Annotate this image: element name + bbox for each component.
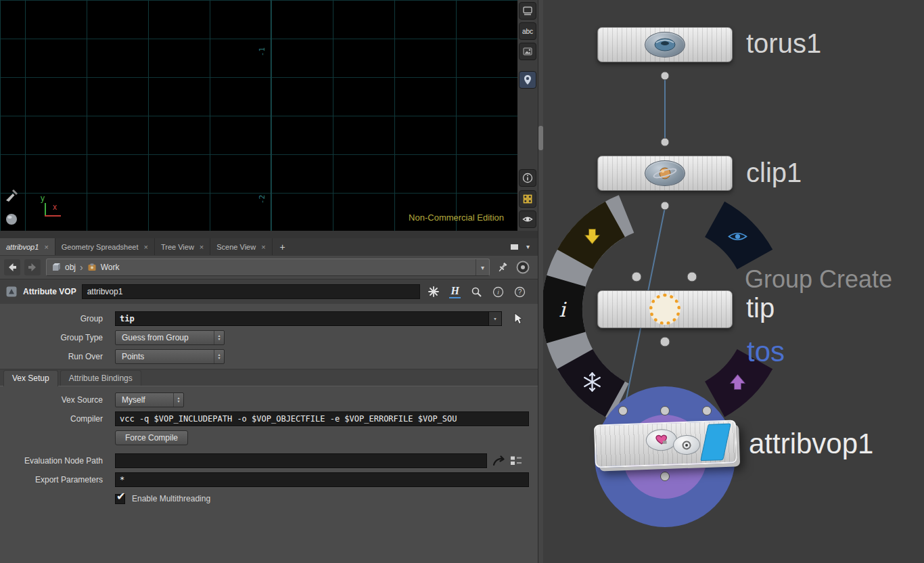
grid-tick-label: -1 — [258, 47, 267, 56]
scene-viewport: -1 -2 y x Non-Commercial Edition — [0, 0, 538, 231]
group-type-value: Guess from Group — [122, 333, 189, 342]
connector-dot[interactable] — [661, 138, 669, 146]
tab-vex-setup[interactable]: Vex Setup — [3, 370, 58, 386]
viewport-brush-icon[interactable] — [2, 187, 20, 204]
pie-menu-heading: Group Create — [745, 265, 892, 294]
tab-label: Tree View — [161, 243, 194, 251]
forward-button[interactable] — [24, 259, 41, 275]
info-icon[interactable]: i — [490, 284, 507, 300]
node-clip1[interactable] — [597, 156, 733, 191]
enable-multithreading-label: Enable Multithreading — [132, 494, 210, 503]
y-axis-line — [45, 203, 46, 215]
back-button[interactable] — [4, 259, 20, 275]
vop-heart-icon — [645, 428, 677, 451]
network-editor[interactable]: i — [543, 0, 924, 563]
param-row-group: Group tip ▾ — [0, 311, 538, 327]
close-icon[interactable]: × — [261, 243, 265, 251]
menu-spinner-icon[interactable]: ▴▾ — [173, 393, 183, 407]
connector-dot[interactable] — [661, 472, 670, 481]
node-name-field[interactable]: attribvop1 — [82, 284, 420, 299]
viewport-info-icon[interactable] — [519, 169, 536, 187]
select-geometry-icon[interactable] — [513, 313, 524, 325]
force-compile-button[interactable]: Force Compile — [115, 430, 188, 445]
tab-attribvop1[interactable]: attribvop1 × — [0, 238, 55, 255]
path-segment-obj[interactable]: obj — [65, 263, 76, 272]
connector-dot[interactable] — [660, 337, 670, 346]
network-path-combo[interactable]: obj › Work ▾ — [46, 258, 490, 276]
search-icon[interactable] — [469, 284, 485, 300]
tab-attribute-bindings[interactable]: Attribute Bindings — [60, 370, 141, 386]
group-type-menu[interactable]: Guess from Group ▴▾ — [115, 330, 225, 345]
menu-spinner-icon[interactable]: ▴▾ — [214, 331, 224, 344]
path-menu-button[interactable]: ▾ — [476, 259, 489, 275]
op-path-pick-icon[interactable] — [492, 455, 506, 467]
vex-setup-section: Vex Source Myself ▴▾ Compiler vcc -q $VO… — [0, 386, 538, 507]
tab-scene-view[interactable]: Scene View × — [210, 238, 272, 255]
houdini-logo-icon[interactable]: H — [447, 284, 463, 300]
node-torus1[interactable] — [597, 27, 733, 62]
group-value: tip — [120, 314, 135, 323]
connector-dot[interactable] — [619, 407, 628, 415]
visibility-eye-icon[interactable] — [519, 210, 536, 228]
attribute-vop-icon — [5, 286, 18, 298]
close-icon[interactable]: × — [200, 243, 204, 251]
display-options-icon[interactable] — [519, 2, 536, 20]
menu-spinner-icon[interactable]: ▴▾ — [214, 350, 224, 363]
tab-geometry-spreadsheet[interactable]: Geometry Spreadsheet × — [55, 238, 155, 255]
node-label-attribvop1: attribvop1 — [749, 428, 873, 460]
clip-icon — [645, 160, 685, 186]
float-pane-icon[interactable] — [511, 244, 518, 250]
run-over-menu[interactable]: Points ▴▾ — [115, 349, 225, 364]
connector-dot[interactable] — [632, 272, 641, 282]
viewport-sphere-icon[interactable] — [3, 211, 20, 227]
work-icon — [87, 263, 97, 272]
param-label-run-over: Run Over — [0, 352, 103, 361]
connector-dot[interactable] — [661, 202, 669, 210]
parameter-pane: Group tip ▾ Group Type Guess from Group … — [0, 304, 538, 563]
connector-dot[interactable] — [687, 272, 697, 282]
close-icon[interactable]: × — [143, 243, 147, 251]
connector-dot[interactable] — [661, 72, 669, 80]
text-overlay-icon[interactable]: abc — [519, 22, 536, 40]
grid-tick-label: -2 — [258, 195, 267, 204]
connector-dot[interactable] — [703, 407, 712, 415]
run-over-value: Points — [122, 352, 144, 361]
divider-handle[interactable] — [538, 126, 543, 150]
snapshot-icon[interactable] — [519, 43, 536, 60]
node-browser-icon[interactable] — [510, 455, 522, 466]
node-attribvop1[interactable] — [594, 420, 737, 468]
enable-multithreading-checkbox[interactable]: ✔ — [115, 494, 125, 504]
viewport-canvas[interactable]: -1 -2 y x Non-Commercial Edition — [0, 0, 517, 231]
param-row-eval-node-path: Evaluation Node Path — [0, 453, 538, 469]
svg-text:?: ? — [518, 288, 522, 296]
node-type-label: Attribute VOP — [23, 287, 76, 296]
tab-tree-view[interactable]: Tree View × — [155, 238, 210, 255]
pane-divider[interactable] — [538, 0, 543, 563]
path-segment-work[interactable]: Work — [101, 263, 120, 272]
display-flag[interactable] — [700, 424, 731, 461]
add-tab-button[interactable]: + — [273, 238, 293, 255]
help-icon[interactable]: ? — [512, 284, 528, 300]
vex-source-menu[interactable]: Myself ▴▾ — [115, 392, 184, 407]
connector-dot[interactable] — [661, 407, 670, 415]
pane-separator — [0, 231, 538, 238]
x-axis-label: x — [53, 202, 57, 212]
tabbar-controls: ▾ — [511, 238, 538, 255]
follow-network-icon[interactable] — [515, 260, 530, 275]
view-layout-grid-icon[interactable] — [519, 190, 536, 208]
view-location-icon[interactable] — [519, 71, 536, 89]
group-input[interactable]: tip ▾ — [115, 311, 502, 326]
vex-source-value: Myself — [122, 395, 145, 405]
pin-icon[interactable] — [495, 260, 510, 275]
asterisk-icon[interactable] — [425, 284, 442, 300]
param-row-compiler: Compiler vcc -q $VOP_INCLUDEPATH -o $VOP… — [0, 411, 538, 427]
close-icon[interactable]: × — [44, 243, 48, 251]
pane-menu-icon[interactable]: ▾ — [526, 243, 530, 250]
evaluation-node-path-input[interactable] — [115, 453, 487, 468]
group-menu-button[interactable]: ▾ — [488, 312, 501, 325]
export-parameters-input[interactable]: * — [115, 472, 529, 487]
node-tip-pending[interactable] — [597, 290, 733, 328]
torus-icon — [645, 32, 685, 58]
compiler-input[interactable]: vcc -q $VOP_INCLUDEPATH -o $VOP_OBJECTFI… — [115, 411, 529, 426]
param-label-vex-source: Vex Source — [0, 395, 103, 405]
